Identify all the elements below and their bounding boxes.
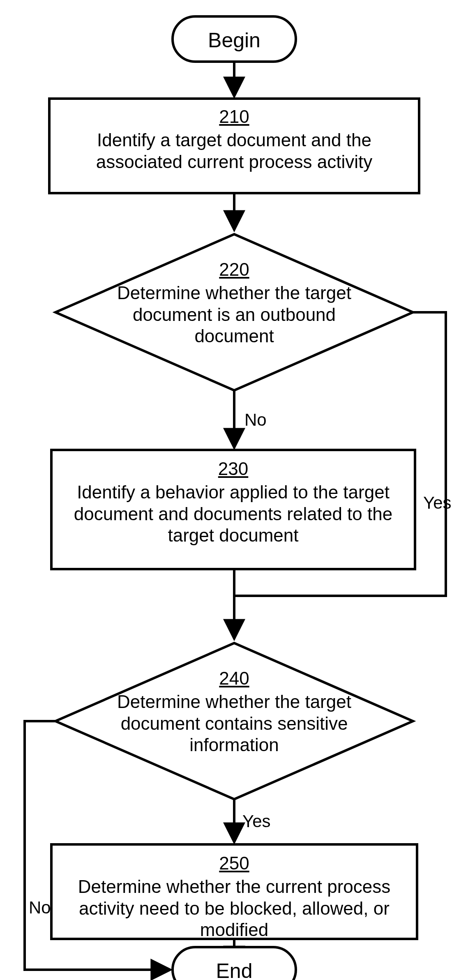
end-node [173, 947, 296, 980]
decision-220 [55, 234, 413, 390]
step-210 [49, 99, 419, 193]
step-250 [51, 844, 417, 939]
step-230 [51, 450, 415, 569]
flowchart-canvas [0, 0, 468, 980]
begin-node [173, 16, 296, 62]
decision-240 [55, 643, 413, 799]
